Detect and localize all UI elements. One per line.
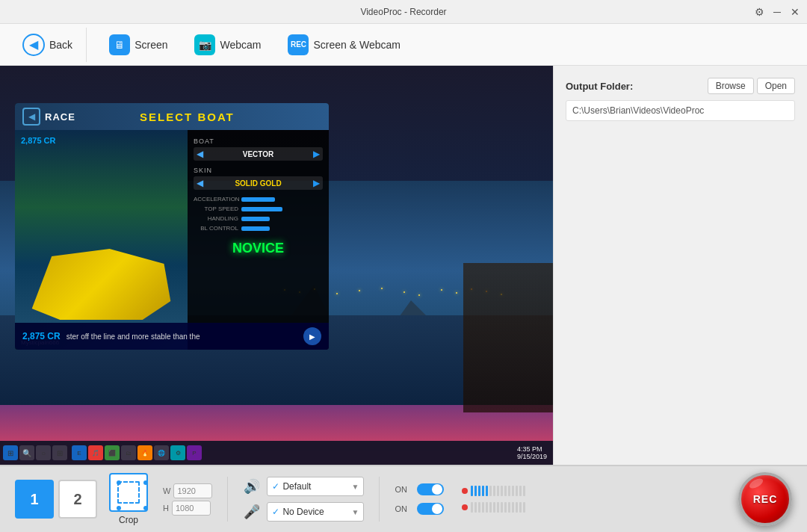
crop-button[interactable] (109, 473, 148, 512)
crop-label: Crop (119, 515, 138, 525)
back-icon: ◀ (22, 34, 45, 56)
toggle-label-1: ON (395, 485, 412, 494)
toggle-mic[interactable] (417, 503, 444, 515)
toggle-label-2: ON (395, 504, 412, 513)
vu-meter-section (462, 486, 525, 513)
mic-audio-value: No Device (282, 507, 324, 517)
taskbar-start[interactable]: ⊞ (3, 445, 18, 460)
speaker-icon: 🔊 (243, 478, 261, 495)
check-icon-system: ✓ (272, 481, 279, 492)
nav-screen-webcam[interactable]: REC Screen & Webcam (277, 28, 410, 61)
vu-bar-empty (512, 502, 514, 513)
toggle-thumb-2 (432, 504, 442, 514)
system-audio-select[interactable]: ✓ Default ▼ (267, 477, 364, 496)
vu-bar-empty (512, 486, 514, 496)
monitor-1-button[interactable]: 1 (15, 480, 54, 519)
back-button[interactable]: ◀ Back (12, 28, 87, 62)
rec-button-container: REC (738, 472, 792, 526)
preview-area: ◀ RACE SELECT BOAT Mysticpain666 2,8 (0, 66, 553, 465)
taskbar-app-5[interactable]: 🔥 (137, 445, 152, 460)
open-button[interactable]: Open (757, 78, 795, 94)
bottom-toolbar: 1 2 Crop W H 🔊 ✓ Default ▼ (0, 465, 807, 532)
audio-section: 🔊 ✓ Default ▼ 🎤 ✓ No Device ▼ (243, 477, 364, 522)
taskbar-app-8[interactable]: P (187, 445, 202, 460)
vu-bar-empty (493, 486, 495, 496)
close-button[interactable]: ✕ (789, 6, 801, 18)
webcam-label: Webcam (220, 39, 261, 51)
vu-bar-empty (516, 486, 518, 496)
vu-row-2 (462, 502, 525, 513)
settings-button[interactable]: ⚙ (753, 6, 765, 18)
vu-bar-empty (523, 502, 525, 513)
taskbar-clock: 4:35 PM9/15/2019 (517, 445, 550, 460)
taskbar-app-4[interactable]: 🗂 (121, 445, 136, 460)
pier (463, 263, 553, 412)
browse-button[interactable]: Browse (708, 78, 754, 94)
output-folder-row: Output Folder: Browse Open (566, 78, 795, 94)
nav-screen[interactable]: 🖥 Screen (99, 28, 178, 61)
rec-button[interactable]: REC (738, 472, 792, 526)
nav-webcam[interactable]: 📷 Webcam (184, 28, 271, 61)
main-content: ◀ RACE SELECT BOAT Mysticpain666 2,8 (0, 66, 807, 465)
vu-bar-empty (478, 502, 480, 513)
width-input[interactable] (173, 483, 212, 498)
crop-icon (117, 481, 140, 504)
vu-bar-empty (519, 502, 522, 513)
taskbar: ⊞ 🔍 ○ ⊞ E 🎵 ⬛ 🗂 🔥 🌐 ⚙ P 4:35 PM9/15/2019 (0, 441, 553, 465)
monitor-2-button[interactable]: 2 (58, 480, 97, 519)
skin-selector[interactable]: ◀ SOLID GOLD ▶ (194, 176, 323, 190)
taskbar-app-1[interactable]: E (72, 445, 87, 460)
vu-bar-empty (489, 502, 492, 513)
system-audio-row: 🔊 ✓ Default ▼ (243, 477, 364, 496)
height-label: H (163, 504, 169, 513)
right-panel: Output Folder: Browse Open C:\Users\Bria… (553, 66, 807, 465)
vu-bar-empty (471, 502, 473, 513)
toggle-system[interactable] (417, 483, 444, 495)
boat-next-arrow[interactable]: ▶ (313, 149, 320, 159)
toggle-row-2: ON (395, 503, 444, 515)
boat-label: BOAT (194, 137, 323, 145)
boat-selector[interactable]: ◀ VECTOR ▶ (194, 147, 323, 161)
vu-bar-empty (486, 502, 488, 513)
credits-value: 2,875 CR (22, 331, 61, 341)
taskbar-app-3[interactable]: ⬛ (105, 445, 120, 460)
taskbar-search[interactable]: 🔍 (19, 445, 34, 460)
vu-bar-empty (523, 486, 525, 496)
vu-meter-1 (471, 486, 525, 496)
skin-next-arrow[interactable]: ▶ (313, 178, 320, 188)
mic-audio-arrow: ▼ (351, 508, 359, 516)
taskbar-app-6[interactable]: 🌐 (154, 445, 169, 460)
taskbar-app-7[interactable]: ⚙ (170, 445, 185, 460)
output-path: C:\Users\Brian\Videos\VideoProc (566, 100, 795, 121)
crop-section: Crop (109, 473, 148, 525)
game-bottom-bar: 2,875 CR ster off the line and more stab… (15, 323, 329, 350)
game-content: Mysticpain666 2,875 CR BOAT ◀ VECTOR ▶ (15, 130, 329, 350)
vu-bar-empty (501, 502, 503, 513)
webcam-icon: 📷 (194, 34, 215, 55)
taskbar-apps[interactable]: ⊞ (52, 445, 67, 460)
skin-value: SOLID GOLD (235, 179, 281, 188)
mic-audio-row: 🎤 ✓ No Device ▼ (243, 502, 364, 522)
vu-bar (482, 486, 484, 496)
width-row: W (163, 483, 212, 498)
play-button[interactable]: ▶ (303, 327, 321, 345)
game-stats: BOAT ◀ VECTOR ▶ SKIN ◀ SOLID GOLD (188, 130, 329, 350)
back-label: Back (49, 39, 72, 51)
title-bar: VideoProc - Recorder ⚙ ─ ✕ (0, 0, 807, 24)
taskbar-app-2[interactable]: 🎵 (88, 445, 103, 460)
window-controls: ⚙ ─ ✕ (753, 6, 801, 18)
height-row: H (163, 501, 212, 516)
toggle-section: ON ON (395, 483, 444, 515)
toggle-row-1: ON (395, 483, 444, 495)
taskbar-cortana[interactable]: ○ (36, 445, 51, 460)
vu-dot-2 (462, 504, 468, 510)
system-audio-arrow: ▼ (351, 483, 359, 491)
mic-audio-select[interactable]: ✓ No Device ▼ (267, 502, 364, 522)
vu-meter-2 (471, 502, 525, 513)
vu-bar-empty (489, 486, 492, 496)
skin-stat-row: SKIN ◀ SOLID GOLD ▶ (194, 167, 323, 190)
height-input[interactable] (172, 501, 211, 516)
toggle-thumb-1 (432, 484, 442, 495)
minimize-button[interactable]: ─ (771, 6, 783, 18)
stat-bars: ACCELERATION TOP SPEED HANDLING (194, 196, 323, 232)
